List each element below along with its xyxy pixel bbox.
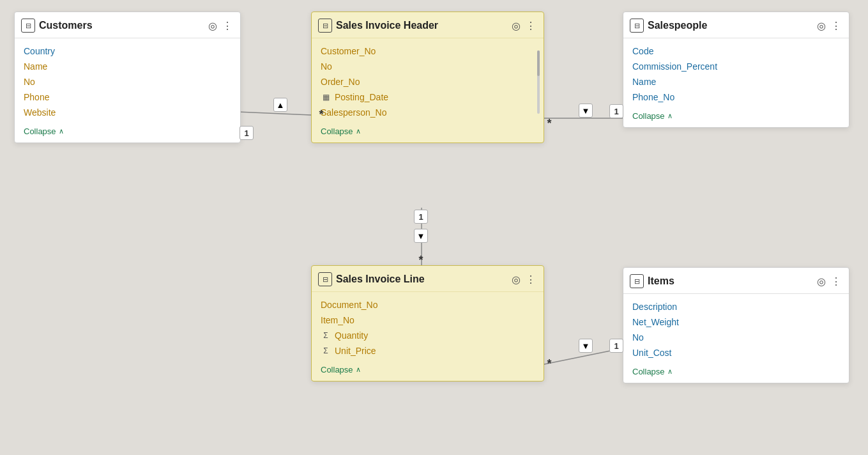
sil-items-arrow-down: ▼ <box>579 339 593 353</box>
sp-field-name: Name <box>623 74 849 89</box>
sales-invoice-header-header: ⊟ Sales Invoice Header ◎ ⋮ <box>312 12 544 38</box>
items-field-net-weight: Net_Weight <box>623 314 849 330</box>
sih-field-posting-date-name: Posting_Date <box>335 92 388 102</box>
sil-title: Sales Invoice Line <box>336 274 508 285</box>
sp-field-phone-no-name: Phone_No <box>632 92 674 102</box>
sil-field-document-no: Document_No <box>312 297 544 312</box>
customers-table-icon: ⊟ <box>21 19 35 33</box>
sih-table-icon: ⊟ <box>318 19 332 33</box>
sih-scrollbar[interactable] <box>537 50 540 114</box>
sih-field-posting-date: ▦ Posting_Date <box>312 89 544 105</box>
items-collapse[interactable]: Collapse ∧ <box>623 363 849 383</box>
sih-many-badge: * <box>314 107 328 121</box>
items-title: Items <box>648 275 813 287</box>
field-website: Website <box>15 105 240 120</box>
salespeople-header: ⊟ Salespeople ◎ ⋮ <box>623 12 849 38</box>
items-field-description-name: Description <box>632 302 677 312</box>
customers-sih-arrow-up: ▲ <box>273 98 287 112</box>
sil-header: ⊟ Sales Invoice Line ◎ ⋮ <box>312 266 544 292</box>
items-field-no: No <box>623 330 849 345</box>
field-country: Country <box>15 43 240 59</box>
sp-field-commission: Commission_Percent <box>623 59 849 74</box>
customers-one-badge: 1 <box>240 126 254 140</box>
sih-field-order-no-name: Order_No <box>321 77 360 87</box>
sih-more-icon[interactable]: ⋮ <box>526 20 536 32</box>
salespeople-more-icon[interactable]: ⋮ <box>831 20 841 32</box>
sih-field-order-no: Order_No <box>312 74 544 89</box>
sih-field-customer-no: Customer_No <box>312 43 544 59</box>
customers-title: Customers <box>39 20 204 31</box>
customers-collapse-icon: ∧ <box>59 127 64 135</box>
sih-eye-icon[interactable]: ◎ <box>512 20 521 32</box>
sih-field-no-name: No <box>321 61 332 72</box>
sih-title: Sales Invoice Header <box>336 20 508 31</box>
customers-fields: Country Name No Phone Website <box>15 38 240 123</box>
sih-field-salesperson-no: Salesperson_No <box>312 105 544 120</box>
sih-field-salesperson-no-name: Salesperson_No <box>321 107 387 118</box>
items-card: ⊟ Items ◎ ⋮ Description Net_Weight No Un… <box>623 267 849 383</box>
svg-line-0 <box>238 112 311 115</box>
items-table-icon: ⊟ <box>630 274 644 288</box>
salespeople-eye-icon[interactable]: ◎ <box>817 20 826 32</box>
customers-eye-icon[interactable]: ◎ <box>208 20 217 32</box>
customers-card: ⊟ Customers ◎ ⋮ Country Name No Phone We… <box>14 12 241 143</box>
canvas: ⊟ Customers ◎ ⋮ Country Name No Phone We… <box>0 0 868 455</box>
salespeople-collapse[interactable]: Collapse ∧ <box>623 107 849 127</box>
sales-invoice-header-card: ⊟ Sales Invoice Header ◎ ⋮ Customer_No N… <box>311 12 544 143</box>
sil-sigma-price-icon: Σ <box>321 346 331 355</box>
customers-more-icon[interactable]: ⋮ <box>222 20 232 32</box>
items-many-badge: * <box>542 357 556 371</box>
items-field-unit-cost: Unit_Cost <box>623 345 849 360</box>
sih-collapse-icon: ∧ <box>356 127 361 135</box>
sil-field-unit-price-name: Unit_Price <box>335 346 376 356</box>
sil-collapse[interactable]: Collapse ∧ <box>312 361 544 381</box>
items-eye-icon[interactable]: ◎ <box>817 275 826 288</box>
field-phone: Phone <box>15 89 240 105</box>
salespeople-header-icons[interactable]: ◎ ⋮ <box>817 20 841 32</box>
sil-more-icon[interactable]: ⋮ <box>526 274 536 286</box>
sil-field-quantity: Σ Quantity <box>312 328 544 343</box>
customers-collapse[interactable]: Collapse ∧ <box>15 123 240 143</box>
items-field-net-weight-name: Net_Weight <box>632 317 679 327</box>
sales-invoice-line-card: ⊟ Sales Invoice Line ◎ ⋮ Document_No Ite… <box>311 265 544 382</box>
field-phone-name: Phone <box>24 92 49 102</box>
sih-field-customer-no-name: Customer_No <box>321 46 376 56</box>
sil-field-document-no-name: Document_No <box>321 300 378 310</box>
field-name-name: Name <box>24 61 47 72</box>
field-no-name: No <box>24 77 35 87</box>
sih-collapse[interactable]: Collapse ∧ <box>312 123 544 143</box>
sih-sil-arrow-down: ▼ <box>414 229 428 243</box>
sil-table-icon: ⊟ <box>318 272 332 286</box>
salespeople-title: Salespeople <box>648 20 813 31</box>
items-collapse-icon: ∧ <box>667 367 673 376</box>
items-header-icons[interactable]: ◎ ⋮ <box>817 275 841 288</box>
items-field-no-name: No <box>632 332 644 343</box>
salespeople-many-badge: * <box>542 116 556 130</box>
sil-eye-icon[interactable]: ◎ <box>512 274 521 286</box>
sih-salespeople-arrow-down: ▼ <box>579 104 593 118</box>
items-field-unit-cost-name: Unit_Cost <box>632 348 671 358</box>
items-header: ⊟ Items ◎ ⋮ <box>623 268 849 294</box>
field-name: Name <box>15 59 240 74</box>
items-more-icon[interactable]: ⋮ <box>831 275 841 288</box>
field-country-name: Country <box>24 46 55 56</box>
sil-field-item-no: Item_No <box>312 312 544 328</box>
sil-field-unit-price: Σ Unit_Price <box>312 343 544 359</box>
salespeople-fields: Code Commission_Percent Name Phone_No <box>623 38 849 107</box>
salespeople-table-icon: ⊟ <box>630 19 644 33</box>
items-field-description: Description <box>623 299 849 314</box>
sp-field-phone-no: Phone_No <box>623 89 849 105</box>
sil-field-quantity-name: Quantity <box>335 330 368 341</box>
sih-field-no: No <box>312 59 544 74</box>
sih-sil-one-badge: 1 <box>414 210 428 224</box>
customers-header-icons[interactable]: ◎ ⋮ <box>208 20 232 32</box>
sih-header-icons[interactable]: ◎ ⋮ <box>512 20 536 32</box>
sp-field-name-name: Name <box>632 77 656 87</box>
sil-field-item-no-name: Item_No <box>321 315 354 325</box>
sp-field-code: Code <box>623 43 849 59</box>
sil-header-icons[interactable]: ◎ ⋮ <box>512 274 536 286</box>
sih-fields: Customer_No No Order_No ▦ Posting_Date S… <box>312 38 544 123</box>
field-no: No <box>15 74 240 89</box>
salespeople-collapse-icon: ∧ <box>667 112 673 120</box>
sih-salespeople-one-badge: 1 <box>609 104 623 118</box>
